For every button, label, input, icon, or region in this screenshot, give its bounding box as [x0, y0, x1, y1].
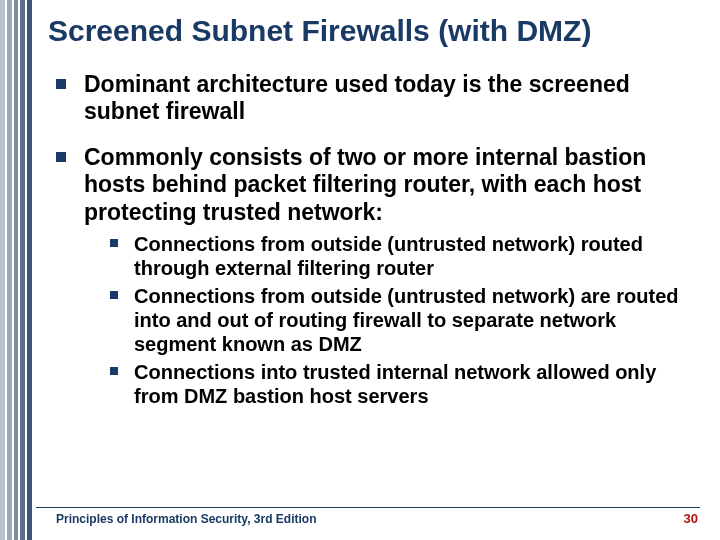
sub-bullet-list: Connections from outside (untrusted netw… — [84, 232, 690, 408]
bullet-text: Dominant architecture used today is the … — [84, 71, 630, 125]
decorative-stripes — [0, 0, 34, 540]
slide-title: Screened Subnet Firewalls (with DMZ) — [48, 14, 690, 49]
sub-bullet-item: Connections into trusted internal networ… — [110, 360, 690, 408]
sub-bullet-item: Connections from outside (untrusted netw… — [110, 232, 690, 280]
bullet-item: Commonly consists of two or more interna… — [56, 144, 690, 409]
footer-text: Principles of Information Security, 3rd … — [56, 512, 316, 526]
slide-content: Screened Subnet Firewalls (with DMZ) Dom… — [48, 14, 690, 426]
sub-bullet-item: Connections from outside (untrusted netw… — [110, 284, 690, 356]
page-number: 30 — [684, 511, 698, 526]
bullet-item: Dominant architecture used today is the … — [56, 71, 690, 126]
footer-divider — [36, 507, 700, 508]
bullet-text: Commonly consists of two or more interna… — [84, 144, 646, 225]
bullet-list: Dominant architecture used today is the … — [48, 71, 690, 409]
